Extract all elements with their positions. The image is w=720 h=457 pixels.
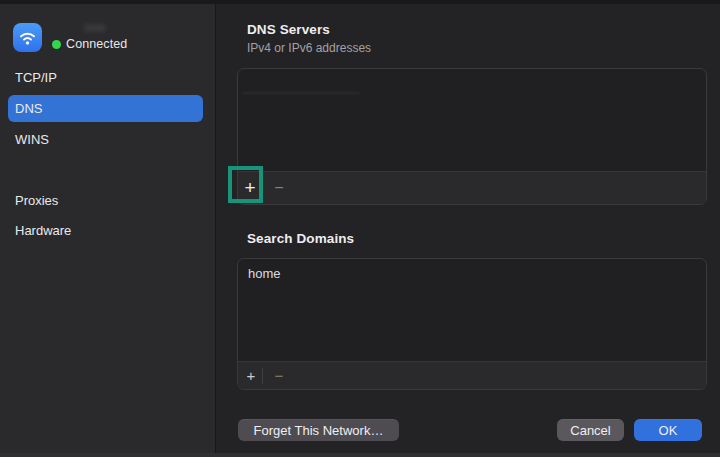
dns-entry-redacted	[242, 92, 360, 94]
sidebar-item-label: Hardware	[15, 223, 71, 238]
status-dot	[52, 40, 61, 49]
dns-settings-panel: DNS Servers IPv4 or IPv6 addresses + − S…	[217, 0, 720, 457]
sidebar-item-label: DNS	[15, 101, 42, 116]
window-bottom-edge	[0, 453, 720, 457]
network-name-redacted	[84, 24, 106, 32]
window-top-edge	[0, 0, 720, 4]
search-domain-entry[interactable]: home	[248, 266, 281, 281]
search-domains-list[interactable]: home + −	[237, 258, 707, 390]
dns-servers-list[interactable]: + −	[237, 68, 707, 205]
sidebar-item-dns[interactable]: DNS	[8, 95, 203, 122]
forget-network-button[interactable]: Forget This Network…	[238, 419, 399, 441]
sidebar: Connected TCP/IP DNS WINS Proxies Hardwa…	[0, 0, 216, 457]
dns-servers-subtitle: IPv4 or IPv6 addresses	[247, 41, 371, 55]
connection-status-label: Connected	[66, 37, 127, 51]
sidebar-item-hardware[interactable]: Hardware	[8, 217, 203, 244]
dns-servers-title: DNS Servers	[247, 22, 330, 37]
search-list-toolbar: + −	[238, 361, 706, 389]
toolbar-divider	[262, 180, 263, 196]
sidebar-item-wins[interactable]: WINS	[8, 126, 203, 153]
sidebar-item-label: TCP/IP	[15, 70, 57, 85]
sidebar-item-label: WINS	[15, 132, 49, 147]
sidebar-item-proxies[interactable]: Proxies	[8, 187, 203, 214]
network-details-dialog: Connected TCP/IP DNS WINS Proxies Hardwa…	[0, 0, 720, 457]
toolbar-divider	[262, 368, 263, 384]
dns-list-toolbar: + −	[238, 171, 706, 204]
search-remove-button[interactable]: −	[267, 362, 291, 390]
dns-add-button[interactable]: +	[238, 172, 262, 205]
cancel-button[interactable]: Cancel	[557, 419, 624, 441]
dns-remove-button[interactable]: −	[267, 172, 291, 205]
search-domains-title: Search Domains	[247, 231, 354, 246]
search-add-button[interactable]: +	[240, 362, 262, 390]
sidebar-item-tcpip[interactable]: TCP/IP	[8, 64, 203, 91]
wifi-icon	[13, 23, 42, 52]
sidebar-item-label: Proxies	[15, 193, 58, 208]
ok-button[interactable]: OK	[634, 419, 702, 441]
